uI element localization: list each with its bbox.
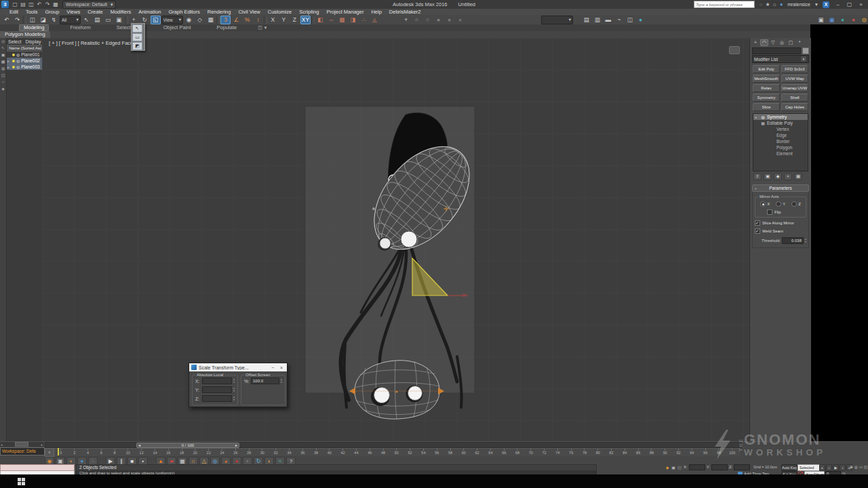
absolute-z-field[interactable] — [202, 395, 232, 402]
render-last-icon[interactable]: ◍ — [859, 16, 868, 24]
rollout-header[interactable]: − Parameters — [752, 184, 809, 192]
favorites-icon[interactable]: ★ — [764, 1, 771, 7]
maximize-button[interactable]: ▢ — [844, 1, 855, 7]
modify-tab-icon[interactable]: ◠ — [760, 39, 768, 46]
axis-radio-option[interactable]: Z — [791, 201, 801, 207]
zoom-icon[interactable]: ⊕ — [849, 464, 854, 470]
modifier-button[interactable]: Symmetry — [753, 94, 780, 102]
modifier-button[interactable]: Shell — [781, 94, 808, 102]
display-tab-icon[interactable]: ▢ — [787, 39, 795, 46]
object-color-swatch[interactable] — [802, 47, 809, 54]
zoom-all-icon[interactable]: ◎ — [854, 464, 859, 470]
select-by-name-icon[interactable]: ▤ — [92, 16, 102, 24]
render-production-icon[interactable]: ● — [837, 16, 848, 24]
brush-size-large-icon[interactable]: ● — [433, 16, 443, 24]
workspace-dropdown[interactable]: Workspace: Default ▾ — [62, 1, 116, 9]
field-of-view-icon[interactable]: ◰ — [863, 464, 868, 470]
menu-item[interactable]: Customize — [268, 9, 292, 15]
brush-size-xl-icon[interactable]: ● — [444, 16, 454, 24]
threshold-field[interactable]: 0.038 — [782, 237, 804, 244]
utilities-tab-icon[interactable]: * — [795, 39, 804, 46]
scroll-right-icon[interactable]: ▸ — [41, 443, 43, 447]
viewport-canvas[interactable] — [42, 38, 749, 441]
menu-item[interactable]: Graph Editors — [169, 9, 200, 15]
expand-arrow-icon[interactable]: ▸ — [7, 59, 11, 63]
array-icon[interactable]: ▩ — [337, 16, 347, 24]
explorer-row[interactable]: ◍ Plane001 — [7, 52, 42, 58]
select-and-manipulate-icon[interactable]: ◇ — [195, 16, 205, 24]
save-file-icon[interactable]: ◫ — [27, 1, 35, 8]
menu-item[interactable]: Help — [371, 9, 381, 15]
coord-x-field[interactable] — [689, 464, 705, 470]
menu-item[interactable]: Group — [45, 9, 59, 15]
toggle-layer-explorer-icon[interactable]: ▥ — [592, 16, 602, 24]
axis-z-icon[interactable]: Z — [290, 16, 300, 24]
user-menu-caret-icon[interactable]: ▾ — [813, 1, 820, 7]
menu-item[interactable]: Views — [66, 9, 80, 15]
absolute-offset-toggle-icon[interactable]: ◰ — [677, 465, 682, 470]
modifier-stack-row[interactable]: Border — [753, 138, 808, 144]
unlink-selection-icon[interactable]: ◪ — [38, 16, 48, 24]
mirror-icon[interactable]: ◧ — [315, 16, 326, 24]
axis-radio-option[interactable]: X — [760, 201, 770, 207]
undo-icon[interactable]: ↶ — [1, 16, 12, 24]
explorer-column-header[interactable]: Name (Sorted Ascendi — [7, 45, 42, 52]
explorer-find-icon[interactable]: ◎ — [1, 39, 5, 44]
brush-size-medium-icon[interactable]: ○ — [422, 16, 433, 24]
viewport-quick-menu-icon[interactable] — [729, 46, 740, 54]
percent-snap-icon[interactable]: % — [242, 16, 252, 24]
make-unique-icon[interactable]: ◆ — [774, 173, 782, 180]
explorer-menu-item[interactable]: Select — [8, 39, 21, 44]
search-input[interactable] — [694, 1, 755, 8]
modifier-list-dropdown[interactable]: Modifier List ▾ — [752, 55, 809, 63]
flip-checkbox[interactable] — [767, 209, 772, 215]
current-frame-caret[interactable] — [58, 448, 59, 455]
explorer-select-icon[interactable]: ↖ — [1, 46, 5, 51]
spinner-snap-icon[interactable]: ↕ — [253, 16, 263, 24]
modifier-button[interactable]: Unwrap UVW — [781, 84, 808, 92]
spacing-tool-icon[interactable]: ∴ — [359, 16, 369, 24]
spinner-arrows-icon[interactable]: ▴▾ — [805, 238, 806, 243]
select-object-icon[interactable]: ↖ — [81, 16, 92, 24]
modifier-stack-row[interactable]: Edge — [753, 132, 808, 138]
explorer-menu-item[interactable]: Display — [25, 39, 41, 44]
next-frame-icon[interactable]: › — [840, 464, 846, 471]
menu-item[interactable]: Project Manager — [326, 9, 363, 15]
menu-item[interactable]: DebrisMaker2 — [389, 9, 421, 15]
bind-to-space-warp-icon[interactable]: ↯ — [49, 16, 59, 24]
normal-align-icon[interactable]: ◬ — [370, 16, 380, 24]
use-pivot-center-icon[interactable]: ◉ — [184, 16, 194, 24]
radio-icon[interactable] — [760, 201, 766, 207]
coord-y-field[interactable] — [711, 464, 728, 470]
polygon-modeling-panel[interactable]: Polygon Modeling — [0, 31, 50, 38]
explorer-geometry-filter-icon[interactable]: ▦ — [1, 60, 5, 64]
previous-frame-icon[interactable]: ‹ — [826, 464, 832, 471]
brush-size-xxl-icon[interactable]: ● — [455, 16, 465, 24]
pin-stack-icon[interactable]: ≡ — [753, 173, 762, 180]
explorer-shapes-filter-icon[interactable]: ◈ — [1, 87, 5, 92]
project-folder-icon[interactable]: ▦ — [52, 1, 60, 8]
brush-size-small-icon[interactable]: ○ — [412, 16, 422, 24]
axis-x-icon[interactable]: X — [268, 16, 278, 24]
explorer-cameras-filter-icon[interactable]: ◫ — [1, 73, 5, 78]
prev-frame-arrow-icon[interactable]: ◂ — [138, 443, 140, 447]
create-tab-icon[interactable]: + — [751, 39, 760, 46]
new-scene-icon[interactable]: ▢ — [11, 1, 19, 8]
spinner-arrows-icon[interactable]: ▴▾ — [233, 378, 235, 384]
flyout-paint-select-icon[interactable]: ◩ — [132, 42, 142, 50]
keyboard-override-icon[interactable]: ▦ — [205, 16, 216, 24]
radio-icon[interactable] — [791, 201, 797, 207]
menu-item[interactable]: Modifiers — [111, 9, 131, 15]
dialog-minimize-button[interactable]: − — [269, 365, 276, 370]
offset-percent-field[interactable]: 100.0 — [251, 378, 279, 384]
toggle-scene-explorer-icon[interactable]: ▤ — [581, 16, 591, 24]
menu-item[interactable]: Rendering — [208, 9, 231, 15]
snaps-toggle-icon[interactable]: 3 — [220, 16, 231, 24]
menu-item[interactable]: Edit — [9, 9, 18, 15]
exchange-apps-icon[interactable]: X — [823, 1, 829, 8]
windows-start-button[interactable] — [18, 478, 25, 485]
weld-seam-checkbox[interactable] — [755, 228, 760, 234]
ribbon-caret-icon[interactable]: ▾ — [264, 25, 267, 30]
remove-modifier-icon[interactable]: × — [784, 173, 792, 180]
search-icon[interactable]: ◌ — [757, 1, 764, 7]
